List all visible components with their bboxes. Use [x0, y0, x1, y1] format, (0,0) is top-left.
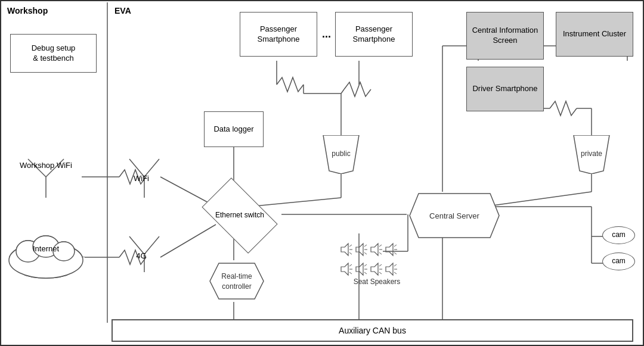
workshop-wifi-label: Workshop WiFi	[10, 161, 82, 171]
svg-line-86	[364, 272, 367, 274]
svg-text:private: private	[581, 149, 602, 158]
svg-text:public: public	[332, 149, 350, 158]
svg-line-64	[349, 245, 352, 247]
svg-marker-87	[371, 263, 378, 275]
svg-marker-91	[386, 263, 393, 275]
fourG-node-label: 4G	[120, 251, 162, 260]
debug-setup-box: Debug setup & testbench	[10, 34, 97, 73]
cam1-box: cam	[602, 226, 635, 244]
instrument-cluster-box: Instrument Cluster	[556, 12, 633, 57]
central-server-svg: Central Server	[395, 189, 514, 242]
ethernet-switch-label: Ethernet switch	[215, 211, 264, 220]
svg-marker-71	[371, 244, 378, 255]
svg-marker-67	[356, 244, 363, 255]
passenger-smartphone1-box: Passenger Smartphone	[240, 12, 317, 57]
ethernet-switch-wrapper: Ethernet switch	[198, 192, 281, 239]
svg-line-25	[341, 89, 344, 93]
svg-marker-83	[356, 263, 363, 275]
internet-label: Internet	[4, 244, 88, 253]
svg-line-68	[364, 245, 367, 247]
svg-text:Real-time: Real-time	[221, 272, 252, 280]
svg-line-76	[394, 245, 397, 247]
public-funnel-svg: public	[320, 135, 362, 174]
central-info-screen-box: Central Information Screen	[466, 12, 544, 60]
workshop-wifi-symbol	[10, 150, 82, 210]
svg-line-66	[349, 253, 352, 254]
svg-line-88	[379, 264, 382, 266]
realtime-controller-svg: Real-time controller	[198, 260, 275, 302]
aux-can-bus: Auxiliary CAN bus	[112, 319, 633, 342]
svg-line-94	[394, 272, 397, 274]
driver-smartphone-box: Driver Smartphone	[466, 67, 544, 111]
svg-line-82	[349, 272, 352, 274]
data-logger-box: Data logger	[204, 111, 264, 147]
svg-line-90	[379, 272, 382, 274]
svg-line-74	[379, 253, 382, 254]
svg-text:Central Server: Central Server	[429, 211, 479, 220]
svg-line-72	[379, 245, 382, 247]
svg-text:Seat Speakers: Seat Speakers	[354, 278, 401, 286]
seat-speakers-svg: Seat Speakers	[338, 239, 416, 287]
cam2-box: cam	[602, 253, 635, 270]
svg-text:controller: controller	[222, 282, 251, 291]
passenger-smartphone2-box: Passenger Smartphone	[335, 12, 413, 57]
workshop-label: Workshop	[7, 6, 48, 15]
private-funnel-svg: private	[571, 135, 612, 174]
svg-marker-54	[210, 263, 264, 299]
eva-label: EVA	[114, 6, 131, 15]
diagram: Workshop EVA Debug setup & testbench Wor…	[0, 0, 644, 346]
internet-cloud	[4, 233, 88, 281]
svg-line-70	[364, 253, 367, 254]
dots: ...	[322, 28, 331, 40]
svg-line-78	[394, 253, 397, 254]
wifi-node-label: WiFi	[120, 174, 162, 183]
svg-line-84	[364, 264, 367, 266]
svg-marker-63	[341, 244, 348, 255]
svg-marker-79	[341, 263, 348, 275]
svg-line-92	[394, 264, 397, 266]
svg-marker-75	[386, 244, 393, 255]
svg-line-80	[349, 264, 352, 266]
svg-rect-38	[13, 199, 79, 207]
